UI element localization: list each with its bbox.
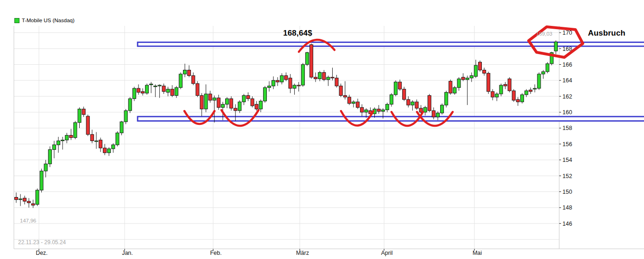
candle-down: [508, 79, 511, 91]
candle-up: [40, 171, 43, 190]
candle-up: [78, 109, 81, 123]
candle-up: [457, 79, 461, 87]
candle-down: [347, 97, 351, 104]
breakout-label: Ausbruch: [588, 29, 625, 38]
candle-up: [221, 104, 224, 107]
candle-down: [82, 109, 85, 115]
y-tick-label: 154: [562, 157, 572, 163]
legend: T-Mobile US (Nasdaq): [14, 18, 75, 23]
candle-up: [112, 145, 115, 149]
x-tick-label: Mai: [473, 250, 482, 256]
candle-down: [284, 76, 288, 80]
series-marker-icon: [14, 18, 19, 23]
candle-up: [301, 64, 304, 85]
candle-up: [124, 111, 127, 122]
candle-up: [238, 102, 241, 111]
candle-up: [259, 101, 262, 109]
candle-down: [398, 82, 402, 89]
candle-down: [491, 92, 494, 97]
candle-down: [461, 77, 465, 80]
candle-down: [208, 94, 212, 100]
candle-down: [335, 78, 338, 86]
y-tick-label: 164: [562, 77, 572, 84]
candle-up: [179, 74, 182, 87]
candle-down: [137, 88, 140, 92]
candle-down: [356, 102, 360, 107]
candle-up: [365, 110, 368, 112]
candle-down: [188, 70, 191, 75]
candle-up: [352, 102, 355, 103]
candle-down: [192, 76, 195, 84]
candle-up: [116, 133, 119, 145]
candle-up: [36, 190, 39, 204]
resistance-price-label: 168,64$: [283, 29, 312, 38]
support-zone-line: [138, 117, 644, 121]
y-tick-label: 150: [562, 189, 572, 195]
candle-up: [263, 87, 266, 101]
candle-up: [495, 94, 499, 97]
candle-up: [453, 87, 456, 93]
candle-down: [512, 91, 515, 100]
candle-down: [310, 44, 313, 77]
y-tick-label: 166: [562, 62, 572, 68]
y-tick-label: 170: [562, 30, 572, 36]
candle-up: [95, 141, 98, 142]
candle-down: [200, 96, 203, 109]
candle-down: [516, 99, 519, 102]
candle-down: [289, 78, 292, 88]
candle-up: [44, 164, 47, 171]
candle-down: [504, 84, 507, 86]
x-tick-label: April: [381, 250, 392, 256]
candle-up: [533, 88, 537, 89]
candle-up: [61, 140, 64, 141]
legend-title: T-Mobile US (Nasdaq): [22, 18, 75, 23]
candle-down: [449, 81, 452, 93]
candle-up: [466, 78, 469, 80]
candle-down: [15, 197, 18, 200]
candle-up: [318, 73, 322, 79]
date-range-label: 22.11.23 - 29.05.24: [18, 239, 66, 246]
candle-down: [529, 90, 532, 91]
y-tick-label: 148: [562, 204, 572, 211]
candle-up: [542, 72, 545, 74]
candle-up: [537, 74, 541, 88]
candle-down: [69, 135, 73, 137]
candle-up: [213, 98, 216, 100]
candle-down: [234, 108, 237, 111]
x-tick-label: Dez.: [36, 250, 48, 256]
candle-up: [183, 70, 187, 74]
x-tick-label: März: [296, 250, 309, 256]
candle-up: [19, 199, 22, 200]
candle-up: [385, 104, 389, 110]
candle-up: [175, 87, 178, 95]
candle-down: [246, 96, 250, 99]
candle-up: [242, 96, 246, 102]
candle-down: [343, 96, 347, 97]
chart-window: 146148150152154156158160162164166168170D…: [0, 0, 644, 259]
candle-down: [483, 70, 486, 73]
y-tick-label: 146: [562, 221, 572, 227]
candle-up: [381, 110, 385, 111]
candle-down: [217, 98, 220, 108]
candle-up: [525, 91, 528, 95]
candle-down: [297, 85, 300, 86]
candle-up: [327, 77, 330, 80]
candle-up: [158, 85, 161, 86]
candle-up: [521, 95, 524, 102]
candle-up: [226, 99, 229, 104]
candle-up: [546, 64, 549, 72]
y-tick-label: 158: [562, 125, 572, 131]
candle-down: [27, 201, 31, 203]
candle-up: [107, 149, 111, 153]
candle-down: [314, 77, 317, 79]
y-tick-label: 156: [562, 141, 572, 148]
candle-up: [133, 88, 136, 99]
candle-down: [415, 102, 418, 108]
candle-down: [170, 89, 174, 96]
candle-down: [487, 73, 490, 92]
candle-up: [268, 86, 271, 87]
candle-up: [65, 135, 69, 140]
candle-up: [280, 76, 284, 82]
candle-up: [499, 85, 503, 94]
candle-up: [411, 102, 414, 105]
